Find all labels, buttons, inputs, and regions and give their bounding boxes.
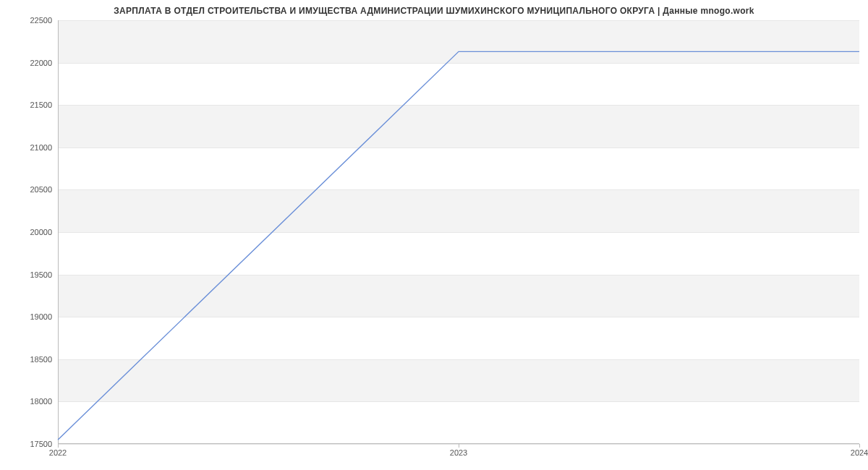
x-tick bbox=[58, 444, 59, 448]
y-tick-label: 18500 bbox=[9, 355, 52, 364]
x-tick-label: 2024 bbox=[851, 448, 868, 457]
y-tick-label: 21000 bbox=[9, 143, 52, 152]
y-tick-label: 19000 bbox=[9, 312, 52, 321]
x-tick-label: 2023 bbox=[450, 448, 467, 457]
data-line bbox=[58, 20, 859, 444]
x-tick bbox=[859, 444, 860, 448]
y-tick-label: 22500 bbox=[9, 16, 52, 25]
chart-container: ЗАРПЛАТА В ОТДЕЛ СТРОИТЕЛЬСТВА И ИМУЩЕСТ… bbox=[0, 0, 868, 470]
y-tick-label: 18000 bbox=[9, 397, 52, 406]
y-tick-label: 21500 bbox=[9, 101, 52, 109]
y-tick-label: 17500 bbox=[9, 440, 52, 448]
y-tick-label: 22000 bbox=[9, 59, 52, 67]
x-tick bbox=[459, 444, 459, 448]
y-tick-label: 20500 bbox=[9, 185, 52, 194]
y-tick-label: 19500 bbox=[9, 270, 52, 279]
x-tick-label: 2022 bbox=[49, 448, 67, 457]
y-tick-label: 20000 bbox=[9, 228, 52, 236]
chart-title: ЗАРПЛАТА В ОТДЕЛ СТРОИТЕЛЬСТВА И ИМУЩЕСТ… bbox=[0, 6, 868, 16]
